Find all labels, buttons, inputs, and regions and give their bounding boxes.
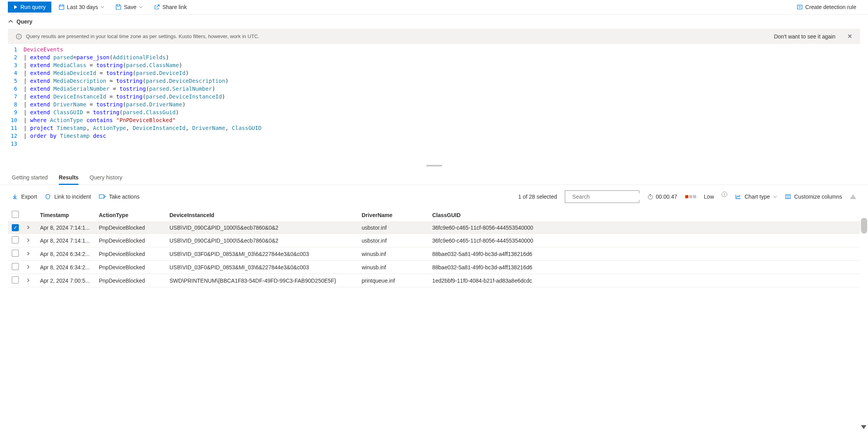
expand-row-icon[interactable] xyxy=(26,238,40,244)
expand-row-icon[interactable] xyxy=(26,264,40,270)
col-header-drivername[interactable]: DriverName xyxy=(362,212,432,218)
banner-dismiss-link[interactable]: Don't want to see it again xyxy=(774,33,835,40)
run-query-button[interactable]: Run query xyxy=(8,2,51,13)
query-timer: 00:00.47 xyxy=(647,194,677,200)
save-button[interactable]: Save xyxy=(111,2,147,13)
cell-drivername: printqueue.inf xyxy=(362,278,432,284)
take-actions-button[interactable]: Take actions xyxy=(99,194,140,200)
time-range-label: Last 30 days xyxy=(67,4,98,10)
col-header-classguid[interactable]: ClassGUID xyxy=(432,212,856,218)
chevron-up-icon xyxy=(8,19,13,24)
link-to-incident-button[interactable]: Link to incident xyxy=(45,194,91,200)
row-checkbox[interactable] xyxy=(12,236,19,243)
export-button[interactable]: Export xyxy=(12,194,37,200)
cell-deviceinstanceid: USB\VID_03F0&PID_0853&MI_03\6&227844e3&0… xyxy=(169,264,362,270)
tab-query-history[interactable]: Query history xyxy=(89,171,122,185)
create-detection-label: Create detection rule xyxy=(805,4,856,10)
scrollbar-thumb[interactable] xyxy=(861,218,867,234)
table-row[interactable]: ✓ Apr 8, 2024 7:14:1... PnpDeviceBlocked… xyxy=(8,222,860,234)
search-input[interactable] xyxy=(572,194,641,200)
cell-drivername: winusb.inf xyxy=(362,264,432,270)
results-toolbar: Export Link to incident Take actions 1 o… xyxy=(0,185,868,208)
expand-row-icon[interactable] xyxy=(26,225,40,231)
cell-actiontype: PnpDeviceBlocked xyxy=(99,278,169,284)
col-header-actiontype[interactable]: ActionType xyxy=(99,212,169,218)
svg-point-9 xyxy=(19,35,19,35)
cell-classguid: 36fc9e60-c465-11cf-8056-444553540000 xyxy=(432,225,856,231)
download-icon xyxy=(12,194,18,200)
row-checkbox[interactable] xyxy=(12,263,19,270)
cell-classguid: 88bae032-5a81-49f0-bc3d-a4ff138216d6 xyxy=(432,264,856,270)
cell-timestamp: Apr 8, 2024 7:14:1... xyxy=(40,225,99,231)
table-row[interactable]: Apr 8, 2024 6:34:2... PnpDeviceBlocked U… xyxy=(8,247,860,261)
expand-row-icon[interactable] xyxy=(26,251,40,257)
cell-drivername: usbstor.inf xyxy=(362,225,432,231)
row-checkbox[interactable] xyxy=(12,276,19,283)
cell-drivername: usbstor.inf xyxy=(362,238,432,244)
cell-timestamp: Apr 8, 2024 7:14:1... xyxy=(40,238,99,244)
svg-rect-16 xyxy=(786,195,790,199)
row-checkbox[interactable]: ✓ xyxy=(12,224,19,231)
chart-type-label: Chart type xyxy=(744,194,770,200)
tab-getting-started[interactable]: Getting started xyxy=(12,171,48,185)
cell-actiontype: PnpDeviceBlocked xyxy=(99,251,169,257)
save-label: Save xyxy=(124,4,136,10)
info-icon xyxy=(16,33,22,40)
cell-actiontype: PnpDeviceBlocked xyxy=(99,264,169,270)
splitter-handle[interactable] xyxy=(0,163,868,168)
query-editor[interactable]: 12345678910111213 DeviceEvents| extend p… xyxy=(0,44,868,148)
info-icon[interactable]: i xyxy=(722,192,727,197)
severity-label: Low xyxy=(704,194,714,200)
results-tabs: Getting started Results Query history xyxy=(0,168,868,185)
cell-actiontype: PnpDeviceBlocked xyxy=(99,238,169,244)
table-row[interactable]: Apr 2, 2024 7:00:5... PnpDeviceBlocked S… xyxy=(8,274,860,287)
svg-rect-10 xyxy=(99,195,104,198)
chevron-down-icon xyxy=(773,195,777,199)
cell-actiontype: PnpDeviceBlocked xyxy=(99,225,169,231)
create-detection-rule-button[interactable]: Create detection rule xyxy=(793,2,860,13)
share-label: Share link xyxy=(162,4,187,10)
cell-classguid: 1ed2bbf9-11f0-4084-b21f-ad83a8e6dcdc xyxy=(432,278,856,284)
tab-results[interactable]: Results xyxy=(59,171,79,185)
editor-code[interactable]: DeviceEvents| extend parsed=parse_json(A… xyxy=(24,46,262,148)
save-icon xyxy=(115,4,122,10)
svg-rect-0 xyxy=(59,5,64,9)
calendar-icon xyxy=(58,4,65,10)
expand-row-icon[interactable] xyxy=(26,278,40,284)
main-toolbar: Run query Last 30 days Save Share link C… xyxy=(0,0,868,15)
run-query-label: Run query xyxy=(20,4,46,10)
cell-deviceinstanceid: USB\VID_03F0&PID_0853&MI_03\6&227844e3&0… xyxy=(169,251,362,257)
take-actions-label: Take actions xyxy=(109,194,140,200)
results-grid: Timestamp ActionType DeviceInstanceId Dr… xyxy=(0,208,868,287)
link-incident-label: Link to incident xyxy=(54,194,91,200)
results-search-box[interactable] xyxy=(565,190,639,203)
chevron-down-icon xyxy=(139,5,143,9)
timer-value: 00:00.47 xyxy=(656,194,677,200)
shield-icon xyxy=(45,194,51,200)
col-header-timestamp[interactable]: Timestamp xyxy=(40,212,99,218)
grid-header-row: Timestamp ActionType DeviceInstanceId Dr… xyxy=(8,208,860,222)
close-icon[interactable]: ✕ xyxy=(847,33,852,40)
selection-count: 1 of 28 selected xyxy=(518,194,557,200)
timezone-info-banner: Query results are presented in your loca… xyxy=(8,29,860,44)
actions-icon xyxy=(99,194,106,200)
stopwatch-icon xyxy=(647,194,653,200)
cell-timestamp: Apr 8, 2024 6:34:2... xyxy=(40,251,99,257)
cell-classguid: 36fc9e60-c465-11cf-8056-444553540000 xyxy=(432,238,856,244)
time-range-picker[interactable]: Last 30 days xyxy=(55,2,108,13)
editor-gutter: 12345678910111213 xyxy=(8,46,24,148)
select-all-checkbox[interactable] xyxy=(12,211,19,218)
scroll-up-icon[interactable] xyxy=(850,194,856,199)
customize-label: Customize columns xyxy=(794,194,842,200)
row-checkbox[interactable] xyxy=(12,250,19,257)
query-section-header[interactable]: Query xyxy=(0,15,868,29)
chart-type-button[interactable]: Chart type xyxy=(735,194,777,200)
col-header-deviceinstanceid[interactable]: DeviceInstanceId xyxy=(169,212,362,218)
customize-columns-button[interactable]: Customize columns xyxy=(785,194,842,200)
table-row[interactable]: Apr 8, 2024 7:14:1... PnpDeviceBlocked U… xyxy=(8,234,860,247)
section-title: Query xyxy=(16,18,32,25)
share-link-button[interactable]: Share link xyxy=(150,2,191,13)
svg-rect-4 xyxy=(797,5,802,9)
cell-classguid: 88bae032-5a81-49f0-bc3d-a4ff138216d6 xyxy=(432,251,856,257)
table-row[interactable]: Apr 8, 2024 6:34:2... PnpDeviceBlocked U… xyxy=(8,261,860,274)
